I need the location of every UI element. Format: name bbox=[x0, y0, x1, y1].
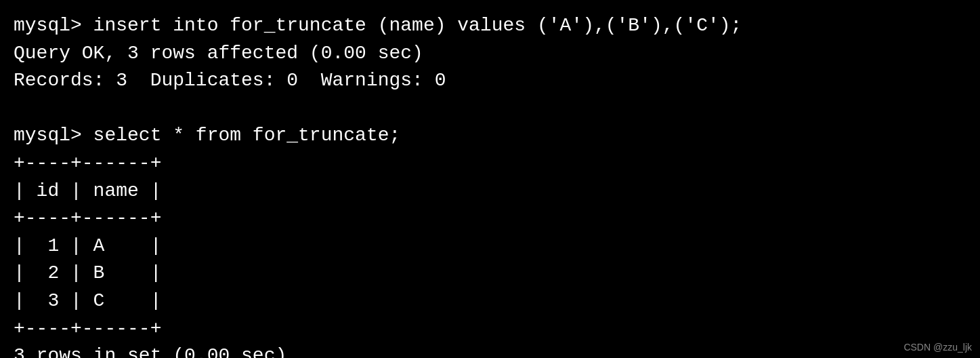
terminal-line-12: 3 rows in set (0.00 sec) bbox=[14, 342, 966, 358]
terminal-line-8: | 1 | A | bbox=[14, 233, 966, 260]
terminal-line-11: +----+------+ bbox=[14, 315, 966, 343]
terminal-line-2: Query OK, 3 rows affected (0.00 sec) bbox=[14, 40, 966, 68]
watermark: CSDN @zzu_ljk bbox=[903, 342, 972, 353]
terminal-line-3: Records: 3 Duplicates: 0 Warnings: 0 bbox=[14, 67, 966, 95]
terminal-line-5: +----+------+ bbox=[14, 150, 966, 178]
terminal-line-7: +----+------+ bbox=[14, 205, 966, 233]
terminal-line-9: | 2 | B | bbox=[14, 260, 966, 287]
blank-line-1 bbox=[14, 95, 966, 123]
terminal-output: mysql> insert into for_truncate (name) v… bbox=[14, 12, 966, 358]
terminal-line-10: | 3 | C | bbox=[14, 287, 966, 315]
terminal-line-4: mysql> select * from for_truncate; bbox=[14, 122, 966, 150]
terminal-line-1: mysql> insert into for_truncate (name) v… bbox=[14, 12, 966, 40]
terminal-line-6: | id | name | bbox=[14, 178, 966, 205]
